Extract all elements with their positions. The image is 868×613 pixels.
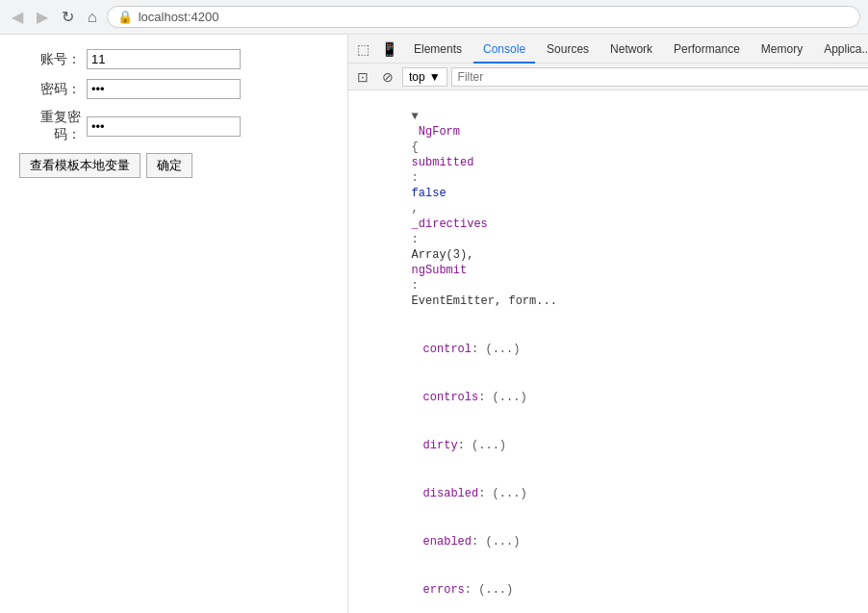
console-line-ngform[interactable]: ▼ NgForm { submitted : false , _directiv… — [348, 92, 868, 325]
console-colon3: : — [412, 279, 425, 293]
console-filter-input[interactable] — [451, 67, 868, 87]
console-val2: Array(3), — [412, 248, 481, 262]
devtools-inspect-icon[interactable]: ⬚ — [352, 39, 374, 59]
page-content: 账号： 密码： 重复密码： 查看模板本地变量 确定 — [0, 35, 348, 613]
main-area: 账号： 密码： 重复密码： 查看模板本地变量 确定 ⬚ 📱 Elements C… — [0, 35, 868, 613]
repassword-label: 重复密码： — [19, 109, 87, 143]
console-val: false — [412, 187, 447, 200]
address-bar: 🔒 localhost:4200 — [107, 6, 860, 28]
account-label: 账号： — [19, 51, 87, 68]
console-key: NgForm — [412, 125, 468, 139]
console-line-controls[interactable]: controls: (...) — [348, 373, 868, 421]
devtools-device-icon[interactable]: 📱 — [376, 39, 402, 59]
lock-icon: 🔒 — [117, 10, 133, 24]
password-label: 密码： — [19, 81, 87, 98]
devtools-tabbar: ⬚ 📱 Elements Console Sources Network Per… — [348, 35, 868, 64]
browser-toolbar: ◀ ▶ ↻ ⌂ 🔒 localhost:4200 — [0, 0, 868, 35]
devtools-block-icon[interactable]: ⊘ — [377, 67, 398, 87]
console-brace: { — [412, 140, 419, 154]
console-output: ▼ NgForm { submitted : false , _directiv… — [348, 90, 868, 613]
tab-memory[interactable]: Memory — [752, 35, 812, 64]
console-prop3: ngSubmit — [412, 264, 468, 277]
context-label: top — [409, 70, 425, 84]
account-row: 账号： — [19, 49, 328, 69]
console-colon: : — [412, 171, 425, 185]
console-line-dirty[interactable]: dirty: (...) — [348, 421, 868, 470]
context-selector[interactable]: top ▼ — [402, 67, 447, 87]
console-prop: submitted — [412, 156, 474, 169]
repassword-row: 重复密码： — [19, 109, 328, 143]
console-comma: , — [412, 202, 425, 216]
home-button[interactable]: ⌂ — [84, 7, 101, 28]
devtools-bar2: ⊡ ⊘ top ▼ — [348, 64, 868, 90]
repassword-input[interactable] — [87, 116, 241, 137]
view-template-vars-button[interactable]: 查看模板本地变量 — [19, 153, 140, 178]
console-line-errors[interactable]: errors: (...) — [348, 566, 868, 613]
tab-network[interactable]: Network — [600, 35, 662, 64]
tab-elements[interactable]: Elements — [404, 35, 472, 64]
console-val3: EventEmitter, form... — [412, 294, 557, 308]
console-line-enabled[interactable]: enabled: (...) — [348, 518, 868, 566]
back-button[interactable]: ◀ — [8, 6, 27, 28]
tab-sources[interactable]: Sources — [537, 35, 599, 64]
forward-button[interactable]: ▶ — [33, 6, 52, 28]
devtools-panel: ⬚ 📱 Elements Console Sources Network Per… — [348, 35, 868, 613]
console-prop2: _directives — [412, 217, 488, 231]
password-row: 密码： — [19, 79, 328, 99]
console-line-disabled[interactable]: disabled: (...) — [348, 470, 868, 518]
chevron-down-icon: ▼ — [429, 70, 441, 84]
button-group: 查看模板本地变量 确定 — [19, 153, 328, 178]
devtools-dock-icon[interactable]: ⊡ — [352, 67, 373, 87]
tab-console[interactable]: Console — [473, 35, 535, 64]
tab-application[interactable]: Applica... — [814, 35, 868, 64]
tab-performance[interactable]: Performance — [664, 35, 750, 64]
reload-button[interactable]: ↻ — [58, 6, 78, 28]
account-input[interactable] — [87, 49, 241, 69]
url-text: localhost:4200 — [139, 10, 219, 24]
console-colon2: : — [412, 233, 425, 246]
confirm-button[interactable]: 确定 — [146, 153, 192, 178]
expand-icon[interactable]: ▼ — [412, 110, 419, 123]
console-line-control[interactable]: control: (...) — [348, 325, 868, 373]
password-input[interactable] — [87, 79, 241, 99]
